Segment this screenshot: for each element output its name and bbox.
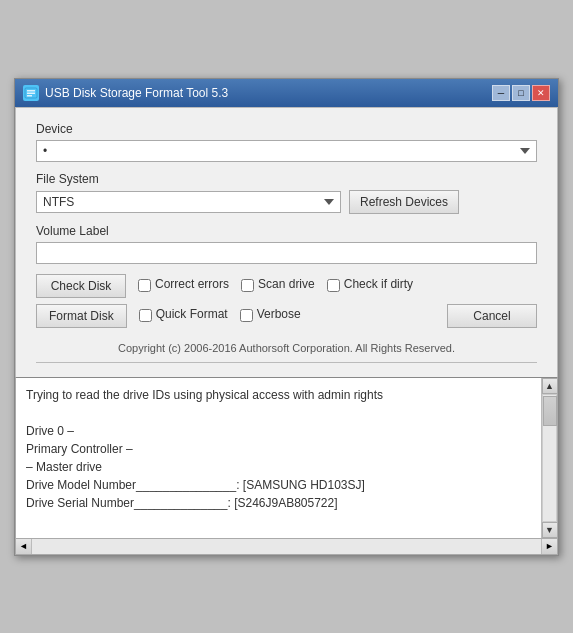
check-if-dirty-label: Check if dirty (344, 277, 413, 291)
volume-label-group: Volume Label (36, 224, 537, 264)
scan-drive-label: Scan drive (258, 277, 315, 291)
log-line: – Master drive (26, 458, 531, 476)
svg-rect-1 (27, 90, 35, 92)
main-window: USB Disk Storage Format Tool 5.3 ─ □ ✕ D… (14, 78, 559, 556)
app-icon (23, 85, 39, 101)
title-bar: USB Disk Storage Format Tool 5.3 ─ □ ✕ (15, 79, 558, 107)
log-area[interactable]: Trying to read the drive IDs using physi… (16, 378, 541, 538)
scroll-thumb[interactable] (543, 396, 557, 426)
title-bar-left: USB Disk Storage Format Tool 5.3 (23, 85, 228, 101)
close-button[interactable]: ✕ (532, 85, 550, 101)
volume-label-input[interactable] (36, 242, 537, 264)
log-area-container: Trying to read the drive IDs using physi… (15, 378, 558, 539)
svg-rect-3 (27, 95, 32, 97)
refresh-devices-button[interactable]: Refresh Devices (349, 190, 459, 214)
check-disk-button[interactable]: Check Disk (36, 274, 126, 298)
filesystem-label: File System (36, 172, 537, 186)
correct-errors-checkbox[interactable] (138, 279, 151, 292)
horizontal-scrollbar: ◄ ► (15, 539, 558, 555)
scroll-track (542, 394, 557, 522)
vertical-scrollbar: ▲ ▼ (541, 378, 557, 538)
format-disk-row: Format Disk Quick Format Verbose Cancel (36, 304, 537, 328)
svg-rect-2 (27, 92, 35, 94)
scan-drive-checkbox-group: Scan drive (241, 277, 315, 295)
check-if-dirty-checkbox[interactable] (327, 279, 340, 292)
verbose-checkbox-group: Verbose (240, 307, 301, 325)
scroll-up-arrow[interactable]: ▲ (542, 378, 558, 394)
log-line: Primary Controller – (26, 440, 531, 458)
cancel-button[interactable]: Cancel (447, 304, 537, 328)
format-disk-button[interactable]: Format Disk (36, 304, 127, 328)
correct-errors-label: Correct errors (155, 277, 229, 291)
horizontal-scroll-track (32, 539, 541, 554)
filesystem-group: File System FAT FAT32 NTFS exFAT Refresh… (36, 172, 537, 214)
quick-format-checkbox[interactable] (139, 309, 152, 322)
scan-drive-checkbox[interactable] (241, 279, 254, 292)
device-select[interactable]: • (36, 140, 537, 162)
copyright-text: Copyright (c) 2006-2016 Authorsoft Corpo… (36, 342, 537, 363)
check-disk-row: Check Disk Correct errors Scan drive Che… (36, 274, 537, 298)
log-line: Drive 0 – (26, 422, 531, 440)
log-line: Drive Serial Number______________: [S246… (26, 494, 531, 512)
scroll-down-arrow[interactable]: ▼ (542, 522, 558, 538)
log-line: Drive Model Number_______________: [SAMS… (26, 476, 531, 494)
scroll-right-arrow[interactable]: ► (541, 538, 557, 554)
upper-panel: Device • File System FAT FAT32 NTFS exFA… (15, 107, 558, 378)
window-controls: ─ □ ✕ (492, 85, 550, 101)
correct-errors-checkbox-group: Correct errors (138, 277, 229, 295)
quick-format-label: Quick Format (156, 307, 228, 321)
window-title: USB Disk Storage Format Tool 5.3 (45, 86, 228, 100)
log-line: Trying to read the drive IDs using physi… (26, 386, 531, 404)
filesystem-select[interactable]: FAT FAT32 NTFS exFAT (36, 191, 341, 213)
minimize-button[interactable]: ─ (492, 85, 510, 101)
filesystem-row: FAT FAT32 NTFS exFAT Refresh Devices (36, 190, 537, 214)
device-label: Device (36, 122, 537, 136)
scroll-left-arrow[interactable]: ◄ (16, 538, 32, 554)
volume-label-label: Volume Label (36, 224, 537, 238)
restore-button[interactable]: □ (512, 85, 530, 101)
quick-format-checkbox-group: Quick Format (139, 307, 228, 325)
verbose-label: Verbose (257, 307, 301, 321)
check-if-dirty-checkbox-group: Check if dirty (327, 277, 413, 295)
verbose-checkbox[interactable] (240, 309, 253, 322)
device-group: Device • (36, 122, 537, 162)
